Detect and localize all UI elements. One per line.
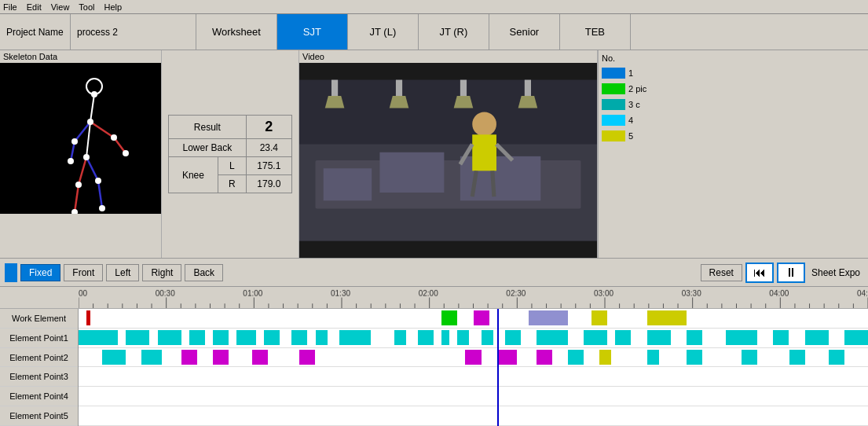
svg-point-13: [83, 154, 90, 160]
track-row-ep1: [79, 329, 868, 348]
color-indicator: [5, 263, 17, 282]
info-panel: No. 1 2 pic 3 c 4: [598, 50, 688, 258]
sheet-export-label: Sheet Expo: [808, 267, 863, 278]
lower-back-value: 23.4: [246, 139, 291, 157]
menu-tool[interactable]: Tool: [79, 2, 94, 12]
knee-l-value: 175.1: [246, 157, 291, 175]
result-table: Result 2 Lower Back 23.4 Knee L 175.1 R: [168, 115, 292, 193]
video-canvas: [299, 63, 597, 258]
svg-point-15: [123, 150, 129, 156]
prev-button[interactable]: ⏮: [745, 263, 774, 283]
btn-right[interactable]: Right: [142, 264, 181, 281]
tab-jt-l[interactable]: JT (L): [348, 14, 419, 50]
header-row: Project Name process 2 Worksheet SJT JT …: [0, 14, 868, 50]
svg-point-11: [91, 91, 97, 97]
skeleton-label: Skeleton Data: [0, 50, 161, 63]
svg-marker-35: [325, 96, 345, 108]
svg-rect-29: [472, 134, 496, 171]
track-label-ep2: Element Point2: [0, 348, 78, 368]
svg-line-9: [86, 157, 98, 181]
svg-point-17: [68, 158, 74, 164]
svg-rect-26: [379, 152, 444, 193]
info-row-3: 3 c: [602, 97, 685, 112]
knee-r-label: R: [218, 175, 246, 193]
video-label: Video: [299, 50, 597, 63]
tracks-container: Work Element Element Point1 Element Poin…: [0, 309, 868, 426]
svg-line-3: [90, 122, 114, 138]
svg-rect-25: [324, 168, 372, 200]
knee-label: Knee: [169, 157, 218, 193]
tab-senior[interactable]: Senior: [489, 14, 560, 50]
timeline-ruler: [0, 287, 868, 309]
tab-teb[interactable]: TEB: [560, 14, 631, 50]
menu-edit[interactable]: Edit: [27, 2, 42, 12]
btn-front[interactable]: Front: [64, 264, 103, 281]
tab-worksheet[interactable]: Worksheet: [196, 14, 277, 50]
track-label-ep5: Element Point5: [0, 406, 78, 426]
svg-point-14: [111, 134, 117, 141]
svg-point-19: [71, 209, 78, 214]
svg-rect-38: [460, 80, 467, 96]
svg-marker-37: [390, 96, 409, 108]
track-row-work: [79, 309, 868, 329]
svg-point-16: [71, 138, 78, 145]
pause-button[interactable]: ⏸: [777, 263, 805, 283]
skeleton-canvas: [0, 63, 161, 214]
btn-left[interactable]: Left: [106, 264, 139, 281]
result-label: Result: [169, 116, 247, 139]
controls-row: Fixed Front Left Right Back Reset ⏮ ⏸ Sh…: [0, 259, 868, 287]
svg-rect-34: [331, 80, 338, 96]
knee-l-label: L: [218, 157, 246, 175]
svg-point-20: [95, 178, 101, 184]
track-row-ep5: [79, 406, 868, 426]
no-label: No.: [602, 53, 685, 63]
info-row-2: 2 pic: [602, 82, 685, 96]
project-label: Project Name: [0, 14, 71, 50]
result-value: 2: [246, 116, 291, 139]
menu-view[interactable]: View: [51, 2, 70, 12]
track-label-work: Work Element: [0, 309, 78, 329]
lower-back-label: Lower Back: [169, 139, 247, 157]
menu-file[interactable]: File: [3, 2, 17, 12]
track-label-ep3: Element Point3: [0, 367, 78, 387]
playhead: [497, 309, 499, 426]
knee-r-value: 179.0: [246, 175, 291, 193]
tab-jt-r[interactable]: JT (R): [419, 14, 489, 50]
track-label-ep4: Element Point4: [0, 387, 78, 406]
svg-point-18: [75, 182, 82, 188]
tracks-content: [79, 309, 868, 426]
info-row-5: 5: [602, 129, 685, 143]
reset-button[interactable]: Reset: [701, 264, 742, 281]
svg-line-10: [98, 181, 102, 208]
menu-bar: File Edit View Tool Help: [0, 0, 868, 14]
svg-point-12: [87, 119, 93, 125]
svg-rect-40: [525, 80, 531, 96]
svg-line-7: [79, 157, 86, 185]
project-name: process 2: [71, 14, 196, 50]
info-row-4: 4: [602, 113, 685, 127]
track-label-ep1: Element Point1: [0, 329, 78, 348]
track-row-ep3: [79, 367, 868, 387]
track-row-ep4: [79, 387, 868, 406]
info-row-1: 1: [602, 66, 685, 80]
svg-point-21: [99, 205, 105, 211]
btn-back[interactable]: Back: [185, 264, 223, 281]
track-row-ep2: [79, 348, 868, 368]
svg-line-33: [493, 171, 494, 196]
svg-point-28: [472, 112, 496, 137]
tab-sjt[interactable]: SJT: [277, 14, 348, 50]
svg-marker-41: [518, 96, 538, 108]
menu-help[interactable]: Help: [104, 2, 123, 12]
track-labels: Work Element Element Point1 Element Poin…: [0, 309, 79, 426]
svg-rect-36: [396, 80, 402, 96]
btn-fixed[interactable]: Fixed: [20, 264, 60, 281]
svg-marker-39: [454, 96, 474, 108]
svg-line-1: [90, 94, 94, 122]
svg-line-8: [75, 185, 79, 212]
